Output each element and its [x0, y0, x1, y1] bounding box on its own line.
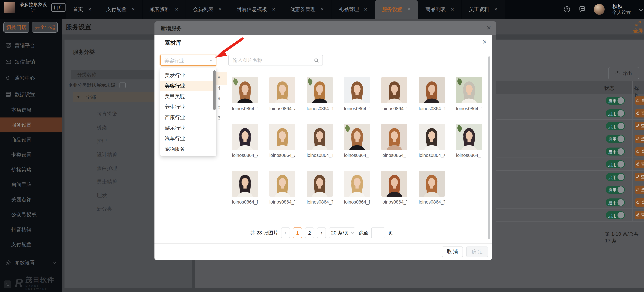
- jump-page-input[interactable]: [371, 228, 385, 238]
- status-toggle[interactable]: 启用: [606, 122, 625, 130]
- confirm-button[interactable]: 确 定: [466, 246, 488, 257]
- image-grid-item[interactable]: loinos0864_A_...: [419, 124, 445, 158]
- image-grid-item[interactable]: loinos0864_Th...: [307, 124, 333, 158]
- view-button[interactable]: 查看: [635, 147, 644, 156]
- view-button[interactable]: 查看: [635, 198, 644, 206]
- image-thumbnail[interactable]: [307, 170, 333, 196]
- view-button[interactable]: 查看: [635, 122, 644, 130]
- category-tree-item[interactable]: 烫染: [97, 121, 117, 134]
- image-thumbnail[interactable]: [382, 124, 408, 150]
- image-grid-item[interactable]: loinos0864_Th...: [419, 77, 445, 111]
- store-action-button[interactable]: 切换门店: [4, 22, 29, 32]
- image-grid-item[interactable]: loinos0864_Th...: [344, 124, 370, 158]
- dropdown-option[interactable]: 产康行业: [160, 112, 216, 123]
- export-button[interactable]: 导出: [608, 67, 639, 79]
- status-toggle[interactable]: 启用: [606, 211, 625, 219]
- image-thumbnail[interactable]: [307, 124, 333, 150]
- user-menu-chevron-icon[interactable]: [639, 8, 643, 11]
- image-thumbnail[interactable]: [456, 77, 482, 103]
- image-thumbnail[interactable]: [344, 77, 370, 103]
- tab-close-icon[interactable]: ✕: [364, 7, 368, 12]
- tab-close-icon[interactable]: ✕: [407, 7, 411, 12]
- image-thumbnail[interactable]: [344, 170, 370, 196]
- next-page-button[interactable]: ›: [317, 228, 326, 238]
- prev-page-button[interactable]: ‹: [281, 228, 290, 238]
- tab-close-icon[interactable]: ✕: [88, 7, 92, 12]
- sidebar-item[interactable]: 营销平台: [0, 37, 62, 54]
- tab[interactable]: 附属信息模板 ✕: [229, 0, 282, 19]
- dropdown-option[interactable]: 养生行业: [160, 102, 216, 112]
- store-action-button[interactable]: 去企业端: [32, 22, 58, 32]
- category-tree-item[interactable]: 设计精剪: [97, 148, 117, 162]
- caret-down-icon[interactable]: ▾: [78, 95, 80, 100]
- sidebar-item[interactable]: 通知中心: [0, 70, 62, 86]
- image-thumbnail[interactable]: [232, 124, 258, 150]
- sidebar-subitem[interactable]: 商品设置: [0, 132, 62, 147]
- image-grid-item[interactable]: loinos0864_A_...: [270, 124, 295, 158]
- collapse-sidebar-button[interactable]: [4, 280, 11, 288]
- page-size-select[interactable]: 20 条/页: [329, 228, 355, 238]
- image-thumbnail[interactable]: [270, 77, 295, 103]
- image-grid-item[interactable]: loinos0864_Th...: [382, 124, 408, 158]
- modal-scrollbar-thumb[interactable]: [488, 56, 490, 239]
- image-grid-item[interactable]: loinos0864_Th...: [307, 170, 333, 205]
- tab[interactable]: 礼品管理 ✕: [332, 0, 374, 19]
- dropdown-option[interactable]: 游乐行业: [160, 123, 216, 133]
- page-1-button[interactable]: 1: [293, 228, 302, 238]
- view-button[interactable]: 查看: [635, 186, 644, 194]
- view-button[interactable]: 查看: [635, 109, 644, 118]
- tab[interactable]: 会员列表 ✕: [186, 0, 229, 19]
- image-thumbnail[interactable]: [419, 77, 445, 103]
- messages-icon[interactable]: [578, 6, 586, 13]
- sidebar-subitem[interactable]: 房间手牌: [0, 177, 62, 192]
- fullscreen-button[interactable]: 全屏: [631, 20, 644, 34]
- sidebar-subitem[interactable]: 公众号授权: [0, 207, 62, 222]
- sidebar-item-params[interactable]: 参数设置: [0, 255, 62, 271]
- category-tree-item[interactable]: 拉直烫染: [97, 107, 117, 121]
- status-toggle[interactable]: 启用: [606, 160, 625, 168]
- tab[interactable]: 优惠券管理 ✕: [283, 0, 331, 19]
- image-grid-item[interactable]: loinos0864_Th...: [456, 77, 482, 111]
- status-toggle[interactable]: 启用: [606, 148, 625, 156]
- sidebar-subitem[interactable]: 服务设置: [0, 118, 62, 132]
- sidebar-subitem[interactable]: 抖音核销: [0, 222, 62, 237]
- sidebar-subitem[interactable]: 美团点评: [0, 192, 62, 207]
- image-grid-item[interactable]: loinos0864_Th...: [232, 77, 258, 111]
- status-toggle[interactable]: 启用: [606, 135, 625, 143]
- search-icon[interactable]: [314, 58, 319, 63]
- image-grid-item[interactable]: loinos0864_Fe...: [232, 170, 258, 205]
- image-thumbnail[interactable]: [344, 124, 370, 150]
- tab[interactable]: 服务设置 ✕: [375, 0, 418, 19]
- view-button[interactable]: 查看: [635, 96, 644, 105]
- sidebar-subitem[interactable]: 卡类设置: [0, 147, 62, 162]
- image-grid-item[interactable]: loinos0864_Th...: [270, 170, 295, 205]
- category-tree-item[interactable]: 护理: [97, 134, 117, 148]
- dropdown-option[interactable]: 美发行业: [160, 70, 216, 81]
- dropdown-option[interactable]: 宠物服务: [160, 144, 216, 154]
- tab-close-icon[interactable]: ✕: [175, 7, 178, 12]
- image-grid-item[interactable]: loinos0864_Th...: [382, 77, 408, 111]
- view-button[interactable]: 查看: [635, 135, 644, 143]
- image-thumbnail[interactable]: [456, 124, 482, 150]
- sidebar-item[interactable]: 短信营销: [0, 54, 62, 70]
- tab-close-icon[interactable]: ✕: [218, 7, 222, 12]
- page-2-button[interactable]: 2: [305, 228, 314, 238]
- dropdown-option[interactable]: 汽车行业: [160, 133, 216, 144]
- industry-select[interactable]: 美容行业: [160, 55, 216, 66]
- cancel-button[interactable]: 取 消: [442, 246, 463, 257]
- view-button[interactable]: 查看: [635, 160, 644, 168]
- image-thumbnail[interactable]: [382, 77, 408, 103]
- image-thumbnail[interactable]: [270, 170, 295, 196]
- category-tree-item[interactable]: 男士精剪: [97, 175, 117, 188]
- image-grid-item[interactable]: loinos0864_Th...: [382, 170, 408, 205]
- tab[interactable]: 员工资料 ✕: [462, 0, 505, 19]
- image-thumbnail[interactable]: [382, 170, 408, 196]
- sidebar-item[interactable]: 数据设置: [0, 86, 62, 102]
- tab-close-icon[interactable]: ✕: [132, 7, 135, 12]
- tab[interactable]: 首页 ✕: [66, 0, 99, 19]
- dropdown-option[interactable]: 美甲美睫: [160, 91, 216, 102]
- category-tree-item[interactable]: 理发: [97, 188, 117, 202]
- image-thumbnail[interactable]: [232, 170, 258, 196]
- add-service-close-icon[interactable]: ✕: [486, 24, 492, 31]
- category-tree-item[interactable]: 蛋白护理: [97, 162, 117, 175]
